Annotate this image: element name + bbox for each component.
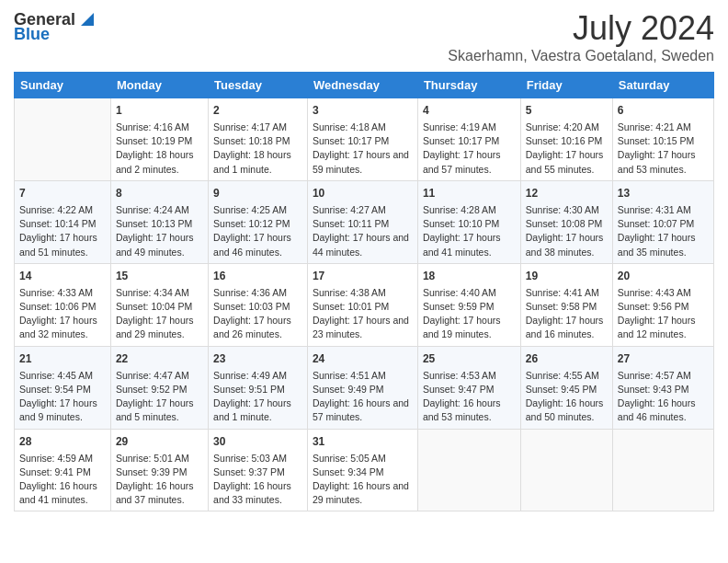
logo-triangle-icon	[77, 9, 97, 29]
calendar-week-row: 28Sunrise: 4:59 AMSunset: 9:41 PMDayligh…	[15, 429, 714, 511]
calendar-cell: 16Sunrise: 4:36 AMSunset: 10:03 PMDaylig…	[209, 263, 308, 346]
calendar-cell: 5Sunrise: 4:20 AMSunset: 10:16 PMDayligh…	[520, 98, 612, 181]
calendar-table: SundayMondayTuesdayWednesdayThursdayFrid…	[14, 72, 714, 511]
day-number: 28	[19, 433, 106, 450]
page-header: General Blue July 2024 Skaerhamn, Vaestr…	[14, 9, 714, 64]
day-number: 6	[618, 102, 709, 119]
day-number: 25	[423, 350, 516, 367]
calendar-cell: 4Sunrise: 4:19 AMSunset: 10:17 PMDayligh…	[417, 98, 520, 181]
calendar-cell: 9Sunrise: 4:25 AMSunset: 10:12 PMDayligh…	[209, 180, 308, 263]
calendar-cell: 22Sunrise: 4:47 AMSunset: 9:52 PMDayligh…	[110, 346, 208, 429]
calendar-cell: 24Sunrise: 4:51 AMSunset: 9:49 PMDayligh…	[307, 346, 417, 429]
day-info: Sunrise: 5:05 AMSunset: 9:34 PMDaylight:…	[313, 452, 413, 508]
day-info: Sunrise: 4:22 AMSunset: 10:14 PMDaylight…	[19, 203, 106, 259]
calendar-cell	[612, 429, 713, 511]
day-number: 15	[116, 268, 203, 284]
day-number: 1	[116, 102, 203, 119]
day-info: Sunrise: 4:59 AMSunset: 9:41 PMDaylight:…	[19, 452, 106, 508]
day-number: 13	[618, 185, 709, 201]
day-info: Sunrise: 4:21 AMSunset: 10:15 PMDaylight…	[618, 121, 709, 177]
logo: General Blue	[14, 9, 97, 42]
calendar-cell: 7Sunrise: 4:22 AMSunset: 10:14 PMDayligh…	[15, 180, 111, 263]
day-number: 5	[526, 102, 608, 119]
day-info: Sunrise: 4:34 AMSunset: 10:04 PMDaylight…	[116, 286, 203, 342]
day-info: Sunrise: 5:03 AMSunset: 9:37 PMDaylight:…	[213, 452, 302, 508]
day-info: Sunrise: 4:53 AMSunset: 9:47 PMDaylight:…	[423, 369, 516, 425]
day-info: Sunrise: 4:27 AMSunset: 10:11 PMDaylight…	[313, 203, 413, 259]
calendar-cell: 3Sunrise: 4:18 AMSunset: 10:17 PMDayligh…	[307, 98, 417, 181]
day-number: 31	[313, 433, 413, 450]
day-number: 17	[313, 268, 413, 284]
day-number: 20	[618, 268, 709, 284]
day-info: Sunrise: 4:17 AMSunset: 10:18 PMDaylight…	[213, 121, 302, 177]
calendar-cell: 30Sunrise: 5:03 AMSunset: 9:37 PMDayligh…	[209, 429, 308, 511]
day-info: Sunrise: 4:57 AMSunset: 9:43 PMDaylight:…	[618, 369, 709, 425]
col-header-sunday: Sunday	[15, 73, 111, 98]
calendar-cell: 20Sunrise: 4:43 AMSunset: 9:56 PMDayligh…	[612, 263, 713, 346]
day-info: Sunrise: 4:33 AMSunset: 10:06 PMDaylight…	[19, 286, 106, 342]
calendar-cell: 29Sunrise: 5:01 AMSunset: 9:39 PMDayligh…	[110, 429, 208, 511]
day-info: Sunrise: 4:51 AMSunset: 9:49 PMDaylight:…	[313, 369, 413, 425]
day-info: Sunrise: 4:38 AMSunset: 10:01 PMDaylight…	[313, 286, 413, 342]
calendar-cell: 17Sunrise: 4:38 AMSunset: 10:01 PMDaylig…	[307, 263, 417, 346]
day-info: Sunrise: 4:45 AMSunset: 9:54 PMDaylight:…	[19, 369, 106, 425]
calendar-cell: 2Sunrise: 4:17 AMSunset: 10:18 PMDayligh…	[209, 98, 308, 181]
col-header-wednesday: Wednesday	[307, 73, 417, 98]
calendar-cell	[417, 429, 520, 511]
calendar-cell: 25Sunrise: 4:53 AMSunset: 9:47 PMDayligh…	[417, 346, 520, 429]
col-header-friday: Friday	[520, 73, 612, 98]
day-info: Sunrise: 4:49 AMSunset: 9:51 PMDaylight:…	[213, 369, 302, 425]
day-info: Sunrise: 4:19 AMSunset: 10:17 PMDaylight…	[423, 121, 516, 177]
day-info: Sunrise: 4:43 AMSunset: 9:56 PMDaylight:…	[618, 286, 709, 342]
calendar-week-row: 14Sunrise: 4:33 AMSunset: 10:06 PMDaylig…	[15, 263, 714, 346]
day-number: 24	[313, 350, 413, 367]
calendar-header-row: SundayMondayTuesdayWednesdayThursdayFrid…	[15, 73, 714, 98]
day-number: 9	[213, 185, 302, 201]
day-info: Sunrise: 4:47 AMSunset: 9:52 PMDaylight:…	[116, 369, 203, 425]
day-number: 11	[423, 185, 516, 201]
calendar-cell: 18Sunrise: 4:40 AMSunset: 9:59 PMDayligh…	[417, 263, 520, 346]
day-number: 18	[423, 268, 516, 284]
calendar-cell: 6Sunrise: 4:21 AMSunset: 10:15 PMDayligh…	[612, 98, 713, 181]
calendar-cell: 28Sunrise: 4:59 AMSunset: 9:41 PMDayligh…	[15, 429, 111, 511]
day-number: 22	[116, 350, 203, 367]
day-number: 21	[19, 350, 106, 367]
calendar-cell: 15Sunrise: 4:34 AMSunset: 10:04 PMDaylig…	[110, 263, 208, 346]
day-number: 7	[19, 185, 106, 201]
day-number: 3	[313, 102, 413, 119]
day-number: 12	[526, 185, 608, 201]
calendar-cell: 14Sunrise: 4:33 AMSunset: 10:06 PMDaylig…	[15, 263, 111, 346]
day-number: 8	[116, 185, 203, 201]
logo-text-blue: Blue	[14, 26, 50, 42]
calendar-cell: 12Sunrise: 4:30 AMSunset: 10:08 PMDaylig…	[520, 180, 612, 263]
day-info: Sunrise: 4:25 AMSunset: 10:12 PMDaylight…	[213, 203, 302, 259]
calendar-cell	[520, 429, 612, 511]
day-info: Sunrise: 4:24 AMSunset: 10:13 PMDaylight…	[116, 203, 203, 259]
calendar-cell: 31Sunrise: 5:05 AMSunset: 9:34 PMDayligh…	[307, 429, 417, 511]
day-number: 29	[116, 433, 203, 450]
col-header-tuesday: Tuesday	[209, 73, 308, 98]
calendar-cell: 19Sunrise: 4:41 AMSunset: 9:58 PMDayligh…	[520, 263, 612, 346]
day-info: Sunrise: 4:16 AMSunset: 10:19 PMDaylight…	[116, 121, 203, 177]
calendar-week-row: 7Sunrise: 4:22 AMSunset: 10:14 PMDayligh…	[15, 180, 714, 263]
day-number: 26	[526, 350, 608, 367]
day-info: Sunrise: 4:20 AMSunset: 10:16 PMDaylight…	[526, 121, 608, 177]
col-header-monday: Monday	[110, 73, 208, 98]
calendar-cell: 8Sunrise: 4:24 AMSunset: 10:13 PMDayligh…	[110, 180, 208, 263]
day-info: Sunrise: 4:40 AMSunset: 9:59 PMDaylight:…	[423, 286, 516, 342]
title-block: July 2024 Skaerhamn, Vaestra Goetaland, …	[448, 9, 714, 64]
calendar-week-row: 1Sunrise: 4:16 AMSunset: 10:19 PMDayligh…	[15, 98, 714, 181]
day-info: Sunrise: 4:30 AMSunset: 10:08 PMDaylight…	[526, 203, 608, 259]
day-number: 16	[213, 268, 302, 284]
day-number: 19	[526, 268, 608, 284]
day-number: 10	[313, 185, 413, 201]
calendar-cell: 13Sunrise: 4:31 AMSunset: 10:07 PMDaylig…	[612, 180, 713, 263]
calendar-cell: 21Sunrise: 4:45 AMSunset: 9:54 PMDayligh…	[15, 346, 111, 429]
calendar-cell: 26Sunrise: 4:55 AMSunset: 9:45 PMDayligh…	[520, 346, 612, 429]
day-number: 2	[213, 102, 302, 119]
col-header-thursday: Thursday	[417, 73, 520, 98]
calendar-cell: 23Sunrise: 4:49 AMSunset: 9:51 PMDayligh…	[209, 346, 308, 429]
calendar-cell	[15, 98, 111, 181]
day-info: Sunrise: 4:31 AMSunset: 10:07 PMDaylight…	[618, 203, 709, 259]
day-number: 14	[19, 268, 106, 284]
